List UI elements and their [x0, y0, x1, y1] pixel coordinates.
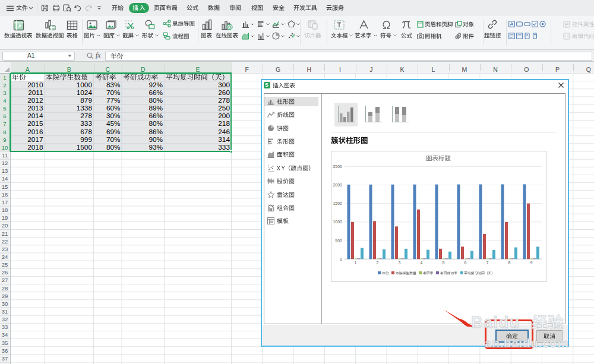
svg-text:2: 2: [377, 261, 379, 265]
svg-text:4: 4: [421, 261, 423, 265]
svg-text:9: 9: [530, 261, 533, 265]
svg-text:5: 5: [443, 261, 445, 265]
svg-text:2000: 2000: [333, 183, 342, 187]
svg-text:3: 3: [399, 261, 401, 265]
svg-text:8: 8: [508, 261, 511, 265]
svg-text:2500: 2500: [333, 164, 342, 169]
svg-text:1: 1: [355, 261, 357, 265]
svg-text:500: 500: [335, 239, 342, 243]
svg-text:0: 0: [340, 257, 342, 261]
svg-text:7: 7: [486, 261, 489, 265]
svg-text:1500: 1500: [333, 201, 342, 205]
svg-text:1000: 1000: [333, 220, 342, 224]
svg-text:6: 6: [465, 261, 467, 265]
